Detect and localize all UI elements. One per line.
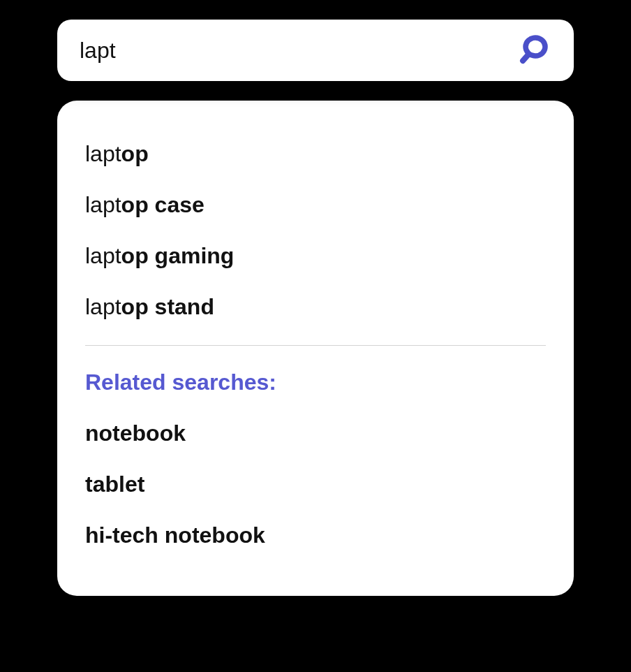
related-searches-header: Related searches: bbox=[85, 363, 546, 408]
suggestion-completion: op gaming bbox=[121, 243, 235, 268]
autocomplete-dropdown: laptop laptop case laptop gaming laptop … bbox=[57, 101, 574, 596]
search-icon bbox=[518, 33, 551, 68]
related-search-item[interactable]: tablet bbox=[85, 459, 546, 510]
divider bbox=[85, 345, 546, 346]
suggestion-prefix: lapt bbox=[85, 141, 121, 166]
search-bar bbox=[57, 20, 574, 81]
suggestion-prefix: lapt bbox=[85, 294, 121, 319]
search-input[interactable] bbox=[80, 38, 518, 64]
suggestion-completion: op bbox=[121, 141, 149, 166]
suggestion-item[interactable]: laptop gaming bbox=[85, 231, 546, 282]
suggestion-completion: op case bbox=[121, 192, 205, 217]
search-button[interactable] bbox=[518, 33, 551, 68]
suggestion-item[interactable]: laptop stand bbox=[85, 282, 546, 333]
suggestion-prefix: lapt bbox=[85, 243, 121, 268]
suggestion-item[interactable]: laptop case bbox=[85, 180, 546, 231]
suggestion-item[interactable]: laptop bbox=[85, 129, 546, 180]
related-search-item[interactable]: hi-tech notebook bbox=[85, 510, 546, 561]
related-search-item[interactable]: notebook bbox=[85, 408, 546, 459]
suggestion-completion: op stand bbox=[121, 294, 214, 319]
suggestion-prefix: lapt bbox=[85, 192, 121, 217]
svg-line-1 bbox=[523, 54, 528, 61]
